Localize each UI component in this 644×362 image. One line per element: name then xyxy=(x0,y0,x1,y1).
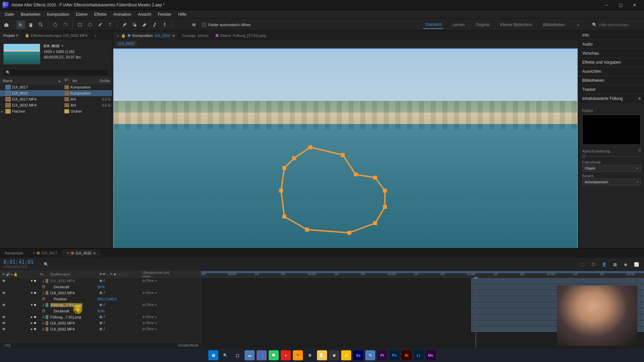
menu-komposition[interactable]: Komposition xyxy=(44,11,72,18)
range-dropdown[interactable]: Arbeitsbereich▾ xyxy=(582,179,641,185)
timeline-timecode[interactable]: 0;01;41;01 xyxy=(3,259,37,265)
layer-property[interactable]: ⏱Position960,0,540,0 xyxy=(0,296,201,302)
breadcrumb-item[interactable]: DJI_0032 xyxy=(116,41,137,46)
workspace-kleiner[interactable]: Kleiner Bildschirm xyxy=(498,21,534,28)
layer-property[interactable]: ⏱Deckkraft56% xyxy=(0,284,201,290)
menu-ebene[interactable]: Ebene xyxy=(72,11,91,18)
selection-tool[interactable] xyxy=(16,20,25,29)
maximize-button[interactable]: ▢ xyxy=(614,0,627,10)
fill-method-dropdown[interactable]: Objekt▾ xyxy=(582,165,641,172)
puppet-tool[interactable] xyxy=(160,20,169,29)
tab-more[interactable]: » xyxy=(91,32,100,40)
timeline-layer[interactable]: 👁▾ ■3Füllung...7-81].png⊕/⊚ Ohne ▾ xyxy=(0,302,201,308)
minimize-button[interactable]: ─ xyxy=(600,0,613,10)
taskbar-app3[interactable]: ⚙ xyxy=(305,350,315,360)
comp-tab-ebene[interactable]: Ebene Füllung_[17-81].png xyxy=(212,32,269,39)
close-icon[interactable]: × xyxy=(117,34,119,38)
menu-ansicht[interactable]: Ansicht xyxy=(135,11,154,18)
orbit-tool[interactable] xyxy=(51,20,60,29)
taskbar-pr[interactable]: Pr xyxy=(377,350,387,360)
brush-tool[interactable] xyxy=(120,20,129,29)
draft3d-icon[interactable]: ⬡ xyxy=(589,260,598,269)
close-button[interactable]: ✕ xyxy=(628,0,641,10)
render-icon[interactable]: ⟳ xyxy=(6,344,8,347)
taskbar-firefox[interactable]: 🦊 xyxy=(293,350,303,360)
timeline-layer[interactable]: 👁▸ ■4Füllung...7-81].png⊕/⊚ Ohne ▾ xyxy=(0,314,201,320)
comp-tab-footage[interactable]: Footage (ohne) xyxy=(179,32,212,39)
motion-blur-icon[interactable]: ◉ xyxy=(621,260,630,269)
auto-open-fields-checkbox[interactable]: Felder automatisch öffnen xyxy=(202,23,251,27)
alpha-expansion-value[interactable]: 0 xyxy=(639,148,641,152)
panel-ausrichten[interactable]: Ausrichten xyxy=(579,67,644,76)
timeline-layer[interactable]: 👁▾ ■2DJI_0032.MP4⊕/⊚ Ohne ▾ xyxy=(0,290,201,296)
toggle-switches-icon[interactable]: ⬚ xyxy=(3,344,6,347)
timeline-layer[interactable]: 👁▾ ■1DJI_0032.MP4⊕/⊚ Ohne ▾ xyxy=(0,278,201,284)
taskbar-taskview[interactable]: ▢ xyxy=(232,350,243,360)
tab-effect-controls[interactable]: 🔒Effekteinstellungen DJI_0032.MP4 xyxy=(21,31,91,40)
pen-tool[interactable] xyxy=(96,20,104,29)
comp-tab-komposition[interactable]: × 🔒 Komposition DJI_0032 ≡ xyxy=(114,32,178,40)
project-item[interactable]: ▸FlächenOrdner xyxy=(0,108,112,114)
workspace-standard[interactable]: Standard xyxy=(423,21,443,29)
menu-bearbeiten[interactable]: Bearbeiten xyxy=(17,11,44,18)
work-area-bar[interactable] xyxy=(201,271,644,273)
taskbar-lr[interactable]: Lr xyxy=(414,350,424,360)
workspace-lernen[interactable]: Lernen xyxy=(450,21,467,28)
home-tool[interactable] xyxy=(2,20,11,29)
roto-tool[interactable] xyxy=(150,20,159,29)
layer-property[interactable]: ⏱Deckkraft50% xyxy=(0,308,201,314)
menu-animation[interactable]: Animation xyxy=(110,11,135,18)
panel-audio[interactable]: Audio xyxy=(579,40,644,49)
workspace-bibliotheken[interactable]: Bibliotheken xyxy=(541,21,567,28)
tl-tab-dji0017[interactable]: ×DJI_0017 xyxy=(28,249,62,257)
tab-project[interactable]: Projekt≡ xyxy=(0,32,21,40)
taskbar-obs[interactable]: ⏺ xyxy=(329,350,339,360)
layer-bar[interactable] xyxy=(471,278,644,284)
menu-datei[interactable]: Datei xyxy=(1,11,17,18)
menu-hilfe[interactable]: Hilfe xyxy=(175,11,190,18)
clone-tool[interactable] xyxy=(130,20,139,29)
taskbar-me[interactable]: Me xyxy=(426,350,436,360)
switches-modes-toggle[interactable]: Schalter/Modi xyxy=(178,344,198,347)
panel-info[interactable]: Info xyxy=(579,31,644,40)
taskbar-explorer[interactable]: 📁 xyxy=(341,350,351,360)
alpha-slider[interactable] xyxy=(582,155,586,158)
project-item[interactable]: DJI_0017.MP4AVI3,5 G xyxy=(0,96,112,102)
taskbar-whatsapp[interactable]: 💬 xyxy=(269,350,279,360)
start-button[interactable]: ⊞ xyxy=(208,350,218,360)
project-item[interactable]: DJI_0017Komposition xyxy=(0,84,112,90)
panel-tracker[interactable]: Tracker xyxy=(579,85,644,94)
panel-content-aware-fill[interactable]: Inhaltsbasierte Füllung≡ xyxy=(579,94,644,103)
taskbar-app4[interactable]: 📝 xyxy=(317,350,327,360)
graph-editor-icon[interactable]: 📈 xyxy=(632,260,641,269)
zoom-tool[interactable] xyxy=(37,20,45,29)
ellipse-tool[interactable] xyxy=(86,20,94,29)
help-search-input[interactable] xyxy=(599,23,639,27)
shy-icon[interactable]: 👤 xyxy=(600,260,608,269)
menu-fenster[interactable]: Fenster xyxy=(155,11,175,18)
rectangle-tool[interactable] xyxy=(75,20,84,29)
menu-effekte[interactable]: Effekte xyxy=(91,11,110,18)
taskbar-ae[interactable]: Ae xyxy=(353,350,363,360)
timeline-layer[interactable]: 👁▸ ■5DJI_0032.MP4⊕/⊚ Ohne ▾ xyxy=(0,320,201,326)
taskbar-app5[interactable]: ✎ xyxy=(365,350,375,360)
project-item[interactable]: DJI_0032Komposition xyxy=(0,90,112,96)
project-item[interactable]: DJI_0032.MP4AVI3,5 G xyxy=(0,102,112,108)
taskbar-ai[interactable]: Ai xyxy=(401,350,412,360)
comp-flowchart-icon[interactable]: ⬚ xyxy=(578,260,587,269)
workspace-more[interactable]: » xyxy=(574,22,583,27)
brackets-icon[interactable]: {} xyxy=(8,344,11,347)
hand-tool[interactable] xyxy=(26,20,35,29)
taskbar-app1[interactable]: ▬ xyxy=(245,350,255,360)
mask-path[interactable] xyxy=(271,136,401,246)
timeline-search-icon[interactable]: 🔍 xyxy=(44,262,49,267)
tl-tab-renderliste[interactable]: Renderliste xyxy=(0,249,28,257)
eraser-tool[interactable] xyxy=(140,20,149,29)
rotation-tool[interactable] xyxy=(61,20,70,29)
timeline-ruler[interactable]: 20f38;00f10f20f39;00f10f20f40;00f10f20f4… xyxy=(201,271,644,278)
snap-icon[interactable] xyxy=(190,20,198,29)
panel-effekte[interactable]: Effekte und Vorgaben xyxy=(579,58,644,67)
taskbar-ps[interactable]: Ps xyxy=(389,350,399,360)
panel-vorschau[interactable]: Vorschau xyxy=(579,49,644,58)
frame-blend-icon[interactable]: ▦ xyxy=(610,260,619,269)
